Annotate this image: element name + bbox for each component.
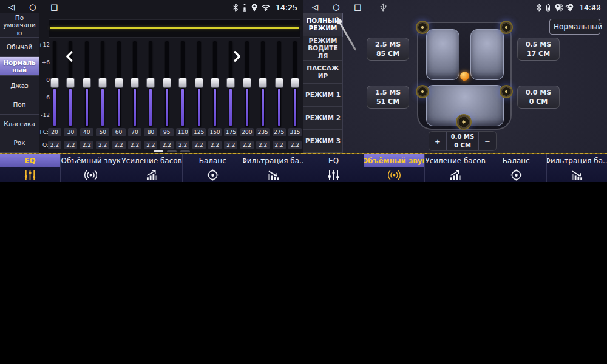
front-right-speaker-icon[interactable] [500,21,513,34]
q-value: 2.2 [240,141,254,149]
android-nav-buttons: ◁ ○ □ [8,0,58,15]
tab-eq[interactable]: EQ [304,154,364,182]
sound-profile-button[interactable]: Нормальный [549,19,600,35]
tab-bass-boost[interactable]: Усиление басов [121,154,181,182]
slider-thumb[interactable] [178,78,187,88]
eq-preset-item[interactable]: Нормальный [0,57,39,76]
tab-surround-sound[interactable]: Объёмный звук [60,154,121,182]
front-right-delay-button[interactable]: 0.5 MS 17 CM [517,38,560,61]
eq-curve-line [50,27,299,29]
slider-thumb[interactable] [226,78,235,88]
listening-mode-item[interactable]: РЕЖИМ ВОДИТЕЛЯ [304,36,342,61]
increase-delay-button[interactable]: + [429,132,446,150]
eq-band-slider[interactable] [79,41,95,130]
tab-surround-sound[interactable]: Объёмный звук [364,154,424,182]
slider-fill [262,89,264,126]
eq-band-slider[interactable] [207,41,223,130]
surround-sound-icon [61,167,121,182]
slider-thumb[interactable] [243,78,251,88]
listening-mode-item[interactable]: ПОЛНЫЙ РЕЖИМ [304,13,342,36]
tab-balance[interactable]: Баланс [486,154,546,182]
rear-right-speaker-icon[interactable] [500,85,513,98]
delay-cm: 17 CM [527,49,550,58]
slider-fill [118,89,120,126]
eq-band-slider[interactable] [159,41,175,130]
bass-boost-icon [425,167,485,182]
listening-mode-item[interactable]: РЕЖИМ 2 [304,107,342,130]
slider-fill [278,89,280,126]
slider-thumb[interactable] [83,78,91,88]
tab-filter[interactable]: Фильтрация ба... [243,154,304,182]
slider-fill [101,89,104,126]
back-icon[interactable]: ◁ [312,0,318,15]
rear-left-speaker-icon[interactable] [416,85,429,98]
slider-thumb[interactable] [291,78,299,88]
tab-balance[interactable]: Баланс [182,154,243,182]
rear-right-delay-button[interactable]: 0.0 MS 0 CM [517,86,560,109]
slider-thumb[interactable] [275,78,283,88]
slider-thumb[interactable] [163,78,171,88]
filter-icon [243,167,304,182]
eq-band-slider[interactable] [255,41,271,130]
tab-label: Фильтрация ба... [547,154,607,167]
eq-band-slider[interactable] [127,41,143,130]
status-bar: ◁ ○ □ 14:25 [0,0,304,15]
eq-band-slider[interactable] [175,41,191,130]
listener-position-marker[interactable] [460,72,469,81]
center-delay-stepper: + 0.0 MS 0 CM − [429,131,497,151]
q-value: 2.2 [192,141,206,149]
fc-value: 20 [48,128,61,136]
listening-mode-item[interactable]: ПАССАЖИР [304,61,342,84]
eq-band-slider[interactable] [287,41,303,130]
slider-thumb[interactable] [259,78,267,88]
eq-band-slider[interactable] [191,41,207,130]
fc-value: 125 [192,128,206,136]
eq-band-slider[interactable] [271,41,287,130]
bluetooth-icon [233,4,238,12]
eq-preset-item[interactable]: Джаз [0,76,39,95]
eq-preset-item[interactable]: Поп [0,95,39,115]
center-speaker-icon[interactable] [456,114,472,130]
bass-boost-icon [121,167,181,182]
tab-eq[interactable]: EQ [0,154,60,182]
slider-thumb[interactable] [131,78,139,88]
slider-thumb[interactable] [50,78,59,88]
slider-thumb[interactable] [211,78,219,88]
eq-band-slider[interactable] [95,41,110,130]
tune-down-button[interactable] [58,45,82,69]
recents-icon[interactable]: □ [354,0,361,15]
listening-mode-item[interactable]: РЕЖИМ 1 [304,84,342,107]
eq-band-slider[interactable] [111,41,127,130]
slider-thumb[interactable] [98,78,107,88]
eq-preset-item[interactable]: Классика [0,115,39,134]
slider-thumb[interactable] [146,78,155,88]
eq-sliders-icon [304,167,364,182]
fc-value: 175 [224,128,237,136]
eq-band-slider[interactable] [143,41,158,130]
home-icon[interactable]: ○ [29,0,36,15]
tab-label: Баланс [486,154,546,167]
recents-icon[interactable]: □ [50,0,58,15]
tab-filter[interactable]: Фильтрация ба... [546,154,607,182]
eq-preset-item[interactable]: Обычай [0,38,39,57]
front-left-delay-button[interactable]: 2.5 MS 85 CM [367,38,409,61]
eq-preset-item[interactable]: По умолчанию [0,13,39,38]
tab-label: Объёмный звук [61,154,121,167]
fc-value: 60 [112,128,126,136]
eq-preset-item[interactable]: Рок [0,133,39,153]
delay-ms: 0.0 MS [451,133,474,141]
fc-value: 95 [160,128,174,136]
home-icon[interactable]: ○ [333,0,339,15]
slider-thumb[interactable] [195,78,203,88]
rear-left-delay-button[interactable]: 1.5 MS 51 CM [367,86,409,109]
slider-thumb[interactable] [66,78,75,88]
listening-mode-item[interactable]: РЕЖИМ 3 [304,130,342,153]
back-icon[interactable]: ◁ [8,0,15,15]
decrease-delay-button[interactable]: − [479,132,496,150]
fc-value: 150 [208,128,222,136]
tune-up-button[interactable] [225,45,249,69]
delay-ms: 0.5 MS [526,40,551,49]
tab-bass-boost[interactable]: Усиление басов [424,154,485,182]
slider-thumb[interactable] [115,78,123,88]
front-left-speaker-icon[interactable] [416,21,429,34]
